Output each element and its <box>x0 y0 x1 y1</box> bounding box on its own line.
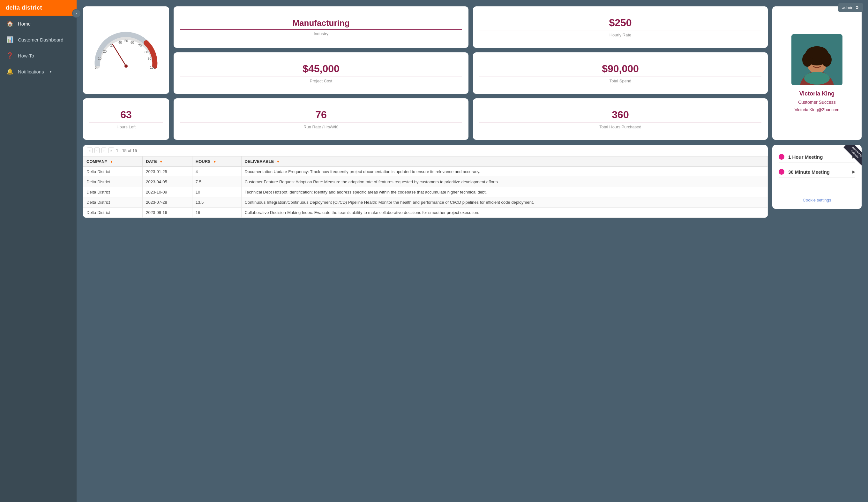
collapse-button[interactable]: ‹ <box>72 9 81 18</box>
cell-company: Delta District <box>83 208 143 218</box>
bottom-section: « ‹ › » 1 - 15 of 15 COMPANY ▼ <box>83 145 861 218</box>
industry-card: Manufacturing Industry <box>174 7 468 48</box>
date-filter-icon[interactable]: ▼ <box>159 160 163 163</box>
table-last-btn[interactable]: » <box>108 148 114 153</box>
logo-text: delta district <box>6 4 42 11</box>
total-hours-card: 360 Total Hours Purchased <box>473 98 768 140</box>
cookie-settings-link[interactable]: Cookie settings <box>779 198 855 202</box>
table-row: Delta District 2023-04-05 7.5 Customer F… <box>83 177 768 187</box>
total-hours-label: Total Hours Purchased <box>599 124 641 129</box>
table-wrapper[interactable]: COMPANY ▼ DATE ▼ HOURS ▼ <box>83 156 768 218</box>
col-company: COMPANY ▼ <box>83 157 143 167</box>
sidebar-item-home[interactable]: 🏠 Home <box>0 16 76 32</box>
run-rate-label: Run Rate (Hrs/Wk) <box>303 124 339 129</box>
sidebar-label-notifications: Notifications <box>18 69 44 74</box>
logo-area: delta district <box>0 0 76 16</box>
table-prev-btn[interactable]: ‹ <box>94 148 100 153</box>
table-section: « ‹ › » 1 - 15 of 15 COMPANY ▼ <box>83 145 768 218</box>
table-body: Delta District 2023-01-25 4 Documentatio… <box>83 167 768 218</box>
svg-text:90: 90 <box>148 57 152 60</box>
calendly-badge-text: powered byCalendly <box>844 145 861 165</box>
table-next-btn[interactable]: › <box>102 148 106 153</box>
total-spend-value: $90,000 <box>479 63 762 77</box>
cell-hours: 7.5 <box>192 177 241 187</box>
meeting-dot-30min <box>779 169 784 175</box>
project-cost-label: Project Cost <box>310 79 332 83</box>
chevron-down-icon: ▾ <box>50 70 52 74</box>
gear-icon: ⚙ <box>855 5 859 10</box>
arrow-icon-30min: ▶ <box>852 170 855 174</box>
profile-name: Victoria King <box>799 90 835 97</box>
chart-icon: 📊 <box>7 36 13 43</box>
cell-deliverable: Continuous Integration/Continuous Deploy… <box>241 197 767 208</box>
svg-point-23 <box>804 72 830 84</box>
total-hours-value: 360 <box>479 109 762 123</box>
calendly-badge: powered byCalendly <box>839 145 861 167</box>
cell-deliverable: Technical Debt Hotspot Identification: I… <box>241 187 767 197</box>
profile-card: Victoria King Customer Success Victoria.… <box>772 7 861 140</box>
profile-image <box>792 34 843 85</box>
deliverable-filter-icon[interactable]: ▼ <box>276 160 280 163</box>
bell-icon: 🔔 <box>7 68 13 75</box>
sidebar: delta district ‹ 🏠 Home 📊 Customer Dashb… <box>0 0 76 502</box>
svg-point-20 <box>806 46 828 59</box>
cell-company: Delta District <box>83 187 143 197</box>
industry-subtitle: Industry <box>314 31 328 36</box>
sidebar-item-customer-dashboard[interactable]: 📊 Customer Dashboard <box>0 32 76 48</box>
table-row: Delta District 2023-09-16 16 Collaborati… <box>83 208 768 218</box>
cell-hours: 16 <box>192 208 241 218</box>
gauge-card: 0 10 20 30 40 50 60 70 80 90 100 <box>83 7 169 94</box>
project-cost-value: $45,000 <box>180 63 462 77</box>
cell-deliverable: Customer Feature Request Adoption Rate: … <box>241 177 767 187</box>
total-spend-card: $90,000Total Spend <box>473 52 768 94</box>
hours-left-value: 63 <box>89 109 163 123</box>
cell-deliverable: Collaborative Decision-Making Index: Eva… <box>241 208 767 218</box>
svg-point-21 <box>812 61 814 64</box>
table-first-btn[interactable]: « <box>87 148 93 153</box>
topbar: admin ⚙ <box>833 0 868 15</box>
cards-grid: 0 10 20 30 40 50 60 70 80 90 100 <box>83 7 861 140</box>
col-deliverable: DELIVERABLE ▼ <box>241 157 767 167</box>
admin-button[interactable]: admin ⚙ <box>838 3 863 12</box>
svg-point-12 <box>124 64 128 68</box>
svg-text:60: 60 <box>131 41 134 44</box>
cell-date: 2023-04-05 <box>143 177 193 187</box>
company-filter-icon[interactable]: ▼ <box>110 160 113 163</box>
cell-hours: 10 <box>192 187 241 197</box>
cell-date: 2023-07-28 <box>143 197 193 208</box>
sidebar-item-how-to[interactable]: ❓ How-To <box>0 48 76 63</box>
cell-company: Delta District <box>83 177 143 187</box>
table-row: Delta District 2023-01-25 4 Documentatio… <box>83 167 768 177</box>
total-spend-label: Total Spend <box>610 79 631 83</box>
svg-text:50: 50 <box>124 39 128 43</box>
hourly-rate-value: $250 <box>479 17 762 31</box>
hours-filter-icon[interactable]: ▼ <box>213 160 216 163</box>
cell-company: Delta District <box>83 167 143 177</box>
table-row: Delta District 2023-10-09 10 Technical D… <box>83 187 768 197</box>
cell-date: 2023-10-09 <box>143 187 193 197</box>
svg-text:10: 10 <box>98 57 102 60</box>
cell-hours: 13.5 <box>192 197 241 208</box>
sidebar-label-howto: How-To <box>18 53 34 58</box>
svg-text:70: 70 <box>138 44 142 48</box>
meeting-label-30min: 30 Minute Meeting <box>788 169 848 175</box>
table-row: Delta District 2023-07-28 13.5 Continuou… <box>83 197 768 208</box>
home-icon: 🏠 <box>7 20 13 27</box>
calendly-card: powered byCalendly 1 Hour Meeting ▶ 30 M… <box>772 145 861 209</box>
hours-left-card: 63 Hours Left <box>83 98 169 140</box>
cell-date: 2023-01-25 <box>143 167 193 177</box>
profile-email: Victoria.King@Zuar.com <box>795 107 839 112</box>
gauge-chart: 0 10 20 30 40 50 60 70 80 90 100 <box>91 28 161 72</box>
meeting-dot-1hour <box>779 154 784 160</box>
sidebar-item-notifications[interactable]: 🔔 Notifications ▾ <box>0 63 76 80</box>
admin-label: admin <box>842 5 853 10</box>
run-rate-value: 76 <box>180 109 462 123</box>
cell-hours: 4 <box>192 167 241 177</box>
cell-deliverable: Documentation Update Frequency: Track ho… <box>241 167 767 177</box>
main-content: admin ⚙ 0 10 20 30 <box>76 0 868 502</box>
question-icon: ❓ <box>7 52 13 59</box>
svg-point-22 <box>819 61 822 64</box>
col-hours: HOURS ▼ <box>192 157 241 167</box>
hours-left-label: Hours Left <box>116 124 136 129</box>
meeting-row-30min[interactable]: 30 Minute Meeting ▶ <box>779 167 855 178</box>
